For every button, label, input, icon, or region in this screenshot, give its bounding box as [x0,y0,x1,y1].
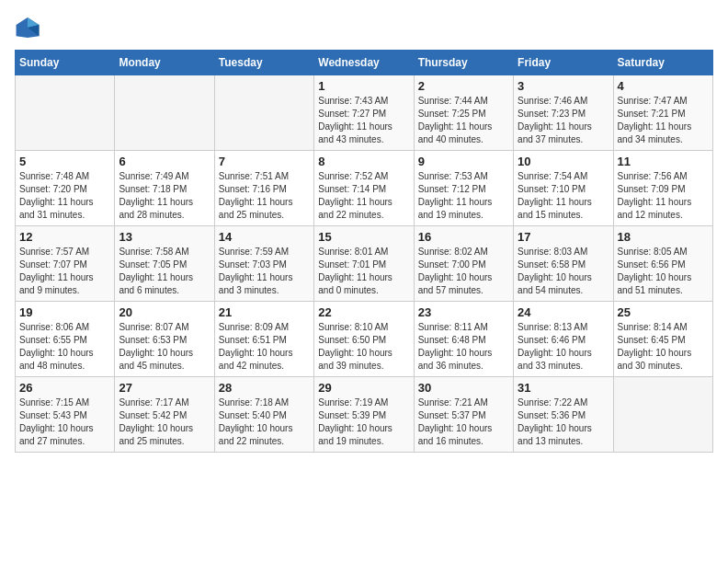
calendar-week-row: 1Sunrise: 7:43 AM Sunset: 7:27 PM Daylig… [16,75,713,151]
calendar-week-row: 19Sunrise: 8:06 AM Sunset: 6:55 PM Dayli… [16,302,713,377]
day-number: 15 [318,230,409,244]
calendar-cell: 14Sunrise: 7:59 AM Sunset: 7:03 PM Dayli… [214,226,313,302]
day-number: 23 [418,305,509,319]
day-number: 17 [518,230,609,244]
day-info: Sunrise: 7:53 AM Sunset: 7:12 PM Dayligh… [418,170,509,222]
calendar-cell: 13Sunrise: 7:58 AM Sunset: 7:05 PM Dayli… [115,226,214,302]
calendar-cell [613,377,712,453]
calendar-cell: 16Sunrise: 8:02 AM Sunset: 7:00 PM Dayli… [414,226,513,302]
day-number: 1 [318,79,409,93]
day-of-week-header: Saturday [613,51,712,75]
day-number: 27 [119,381,210,395]
day-info: Sunrise: 7:57 AM Sunset: 7:07 PM Dayligh… [19,246,110,297]
day-of-week-header: Thursday [414,51,513,75]
calendar-cell: 18Sunrise: 8:05 AM Sunset: 6:56 PM Dayli… [613,226,712,302]
calendar-cell: 8Sunrise: 7:52 AM Sunset: 7:14 PM Daylig… [314,151,414,226]
day-number: 25 [618,305,709,319]
day-number: 16 [418,230,509,244]
day-info: Sunrise: 8:01 AM Sunset: 7:01 PM Dayligh… [318,246,409,297]
calendar-cell: 21Sunrise: 8:09 AM Sunset: 6:51 PM Dayli… [214,302,313,377]
logo [15,15,44,40]
calendar-cell: 27Sunrise: 7:17 AM Sunset: 5:42 PM Dayli… [115,377,214,453]
calendar-cell: 23Sunrise: 8:11 AM Sunset: 6:48 PM Dayli… [414,302,513,377]
calendar-cell: 4Sunrise: 7:47 AM Sunset: 7:21 PM Daylig… [613,75,712,151]
day-info: Sunrise: 8:06 AM Sunset: 6:55 PM Dayligh… [19,321,110,373]
day-info: Sunrise: 7:19 AM Sunset: 5:39 PM Dayligh… [318,396,409,448]
day-of-week-header: Monday [115,51,214,75]
day-number: 8 [318,155,409,168]
calendar-cell [115,75,214,151]
calendar-cell: 30Sunrise: 7:21 AM Sunset: 5:37 PM Dayli… [414,377,513,453]
day-info: Sunrise: 8:05 AM Sunset: 6:56 PM Dayligh… [618,246,709,297]
day-number: 2 [418,79,509,93]
day-number: 4 [618,79,709,93]
logo-icon [15,15,40,40]
day-info: Sunrise: 7:44 AM Sunset: 7:25 PM Dayligh… [418,95,509,146]
day-of-week-header: Sunday [16,51,115,75]
day-info: Sunrise: 7:48 AM Sunset: 7:20 PM Dayligh… [19,170,110,222]
day-info: Sunrise: 8:13 AM Sunset: 6:46 PM Dayligh… [518,321,609,373]
calendar-cell: 2Sunrise: 7:44 AM Sunset: 7:25 PM Daylig… [414,75,513,151]
day-info: Sunrise: 8:09 AM Sunset: 6:51 PM Dayligh… [219,321,310,373]
calendar-cell [214,75,313,151]
calendar-cell: 17Sunrise: 8:03 AM Sunset: 6:58 PM Dayli… [514,226,613,302]
day-number: 31 [518,381,609,395]
day-number: 14 [219,230,310,244]
calendar-cell: 10Sunrise: 7:54 AM Sunset: 7:10 PM Dayli… [514,151,613,226]
calendar-week-row: 5Sunrise: 7:48 AM Sunset: 7:20 PM Daylig… [16,151,713,226]
calendar-cell [16,75,115,151]
day-info: Sunrise: 7:59 AM Sunset: 7:03 PM Dayligh… [219,246,310,297]
day-info: Sunrise: 7:43 AM Sunset: 7:27 PM Dayligh… [318,95,409,146]
day-info: Sunrise: 7:49 AM Sunset: 7:18 PM Dayligh… [119,170,210,222]
day-of-week-header: Tuesday [214,51,313,75]
day-number: 20 [119,305,210,319]
calendar-cell: 3Sunrise: 7:46 AM Sunset: 7:23 PM Daylig… [514,75,613,151]
day-of-week-header: Friday [514,51,613,75]
calendar-cell: 25Sunrise: 8:14 AM Sunset: 6:45 PM Dayli… [613,302,712,377]
day-number: 22 [318,305,409,319]
calendar-cell: 22Sunrise: 8:10 AM Sunset: 6:50 PM Dayli… [314,302,414,377]
calendar-header-row: SundayMondayTuesdayWednesdayThursdayFrid… [16,51,713,75]
calendar-cell: 20Sunrise: 8:07 AM Sunset: 6:53 PM Dayli… [115,302,214,377]
calendar-cell: 1Sunrise: 7:43 AM Sunset: 7:27 PM Daylig… [314,75,414,151]
day-info: Sunrise: 7:58 AM Sunset: 7:05 PM Dayligh… [119,246,210,297]
calendar-cell: 26Sunrise: 7:15 AM Sunset: 5:43 PM Dayli… [16,377,115,453]
calendar-cell: 11Sunrise: 7:56 AM Sunset: 7:09 PM Dayli… [613,151,712,226]
day-info: Sunrise: 7:21 AM Sunset: 5:37 PM Dayligh… [418,396,509,448]
day-number: 21 [219,305,310,319]
day-info: Sunrise: 7:18 AM Sunset: 5:40 PM Dayligh… [219,396,310,448]
day-info: Sunrise: 8:07 AM Sunset: 6:53 PM Dayligh… [119,321,210,373]
day-info: Sunrise: 8:10 AM Sunset: 6:50 PM Dayligh… [318,321,409,373]
day-number: 18 [618,230,709,244]
day-info: Sunrise: 8:03 AM Sunset: 6:58 PM Dayligh… [518,246,609,297]
day-number: 28 [219,381,310,395]
day-number: 30 [418,381,509,395]
calendar-week-row: 12Sunrise: 7:57 AM Sunset: 7:07 PM Dayli… [16,226,713,302]
calendar-cell: 12Sunrise: 7:57 AM Sunset: 7:07 PM Dayli… [16,226,115,302]
day-number: 11 [618,155,709,168]
calendar-cell: 7Sunrise: 7:51 AM Sunset: 7:16 PM Daylig… [214,151,313,226]
day-number: 10 [518,155,609,168]
day-info: Sunrise: 7:22 AM Sunset: 5:36 PM Dayligh… [518,396,609,448]
day-info: Sunrise: 7:46 AM Sunset: 7:23 PM Dayligh… [518,95,609,146]
day-number: 13 [119,230,210,244]
calendar-cell: 29Sunrise: 7:19 AM Sunset: 5:39 PM Dayli… [314,377,414,453]
day-info: Sunrise: 8:11 AM Sunset: 6:48 PM Dayligh… [418,321,509,373]
calendar-week-row: 26Sunrise: 7:15 AM Sunset: 5:43 PM Dayli… [16,377,713,453]
page-header [15,15,713,40]
calendar-cell: 24Sunrise: 8:13 AM Sunset: 6:46 PM Dayli… [514,302,613,377]
day-info: Sunrise: 7:15 AM Sunset: 5:43 PM Dayligh… [19,396,110,448]
day-info: Sunrise: 8:02 AM Sunset: 7:00 PM Dayligh… [418,246,509,297]
day-info: Sunrise: 7:56 AM Sunset: 7:09 PM Dayligh… [618,170,709,222]
day-number: 7 [219,155,310,168]
day-info: Sunrise: 7:17 AM Sunset: 5:42 PM Dayligh… [119,396,210,448]
day-number: 24 [518,305,609,319]
calendar-cell: 6Sunrise: 7:49 AM Sunset: 7:18 PM Daylig… [115,151,214,226]
calendar-cell: 9Sunrise: 7:53 AM Sunset: 7:12 PM Daylig… [414,151,513,226]
calendar-cell: 15Sunrise: 8:01 AM Sunset: 7:01 PM Dayli… [314,226,414,302]
day-info: Sunrise: 7:51 AM Sunset: 7:16 PM Dayligh… [219,170,310,222]
day-number: 26 [19,381,110,395]
day-of-week-header: Wednesday [314,51,414,75]
day-number: 29 [318,381,409,395]
day-number: 19 [19,305,110,319]
